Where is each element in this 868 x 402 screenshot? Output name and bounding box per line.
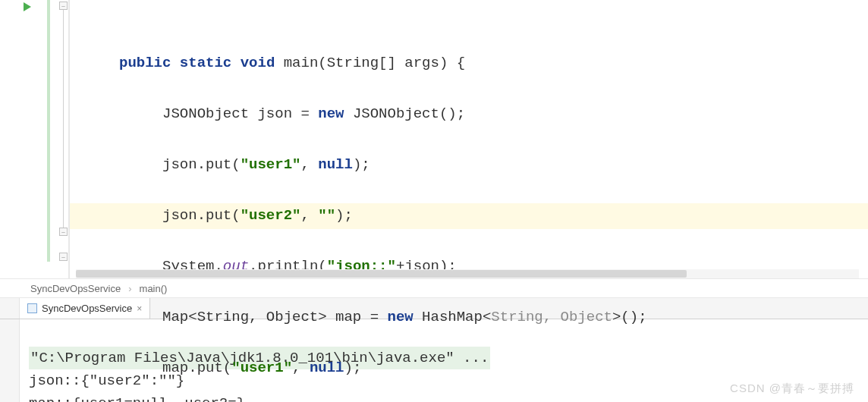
code-line: Map<String, Object> map = new HashMap<St… bbox=[76, 305, 868, 331]
code-content[interactable]: public static void main(String[] args) {… bbox=[70, 0, 868, 278]
vcs-change-bar bbox=[47, 0, 50, 262]
code-editor[interactable]: – – – public static void main(String[] a… bbox=[0, 0, 868, 278]
horizontal-scrollbar[interactable] bbox=[76, 269, 859, 278]
code-line: public static void main(String[] args) { bbox=[76, 51, 868, 77]
run-icon[interactable] bbox=[23, 2, 32, 14]
svg-marker-0 bbox=[24, 2, 31, 11]
fold-guide-line bbox=[63, 10, 64, 230]
run-config-icon bbox=[27, 303, 37, 313]
code-line: map.put("user1", null); bbox=[76, 356, 868, 382]
code-line: JSONObject json = new JSONObject(); bbox=[76, 102, 868, 127]
code-line: json.put("user1", null); bbox=[76, 152, 868, 178]
fold-bar: – – – bbox=[59, 0, 68, 278]
fold-handle-icon[interactable]: – bbox=[59, 228, 68, 236]
fold-handle-icon[interactable]: – bbox=[59, 253, 68, 261]
scrollbar-thumb[interactable] bbox=[76, 270, 687, 278]
run-tab-gutter bbox=[0, 298, 20, 319]
run-toolbar bbox=[0, 319, 20, 402]
editor-gutter: – – – bbox=[0, 0, 70, 278]
code-line: json.put("user2", ""); bbox=[76, 203, 868, 229]
fold-handle-icon[interactable]: – bbox=[59, 2, 68, 10]
